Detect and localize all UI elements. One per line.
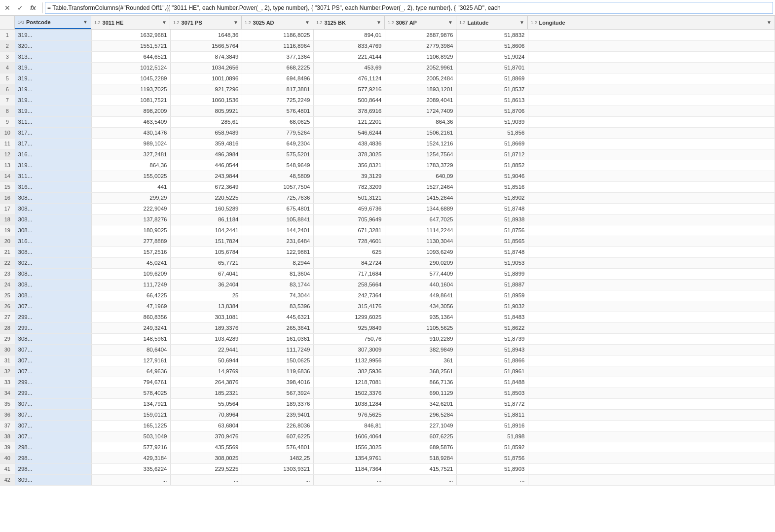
- cell-latitude[interactable]: 51,9046: [456, 171, 528, 181]
- cell-ad3025[interactable]: 668,2225: [242, 62, 313, 73]
- cell-bk3125[interactable]: 501,3121: [313, 192, 385, 203]
- cell-he3011[interactable]: 1045,2289: [91, 73, 170, 84]
- cell-postcode[interactable]: 320...: [15, 40, 91, 51]
- cell-postcode[interactable]: 299...: [15, 312, 91, 322]
- cell-ad3025[interactable]: 548,9649: [242, 160, 313, 171]
- cell-ap3067[interactable]: 1524,1216: [385, 138, 456, 149]
- cell-he3011[interactable]: 989,1024: [91, 138, 170, 149]
- cell-he3011[interactable]: 157,2516: [91, 247, 170, 257]
- cell-longitude[interactable]: [528, 192, 775, 203]
- cell-ad3025[interactable]: 119,6836: [242, 366, 313, 377]
- cell-latitude[interactable]: 51,8622: [456, 322, 528, 333]
- cell-ad3025[interactable]: 83,5396: [242, 301, 313, 312]
- cell-ps3071[interactable]: 55,0564: [170, 398, 242, 409]
- cell-postcode[interactable]: 311...: [15, 171, 91, 181]
- cell-postcode[interactable]: 307...: [15, 301, 91, 312]
- cell-ad3025[interactable]: 1116,8964: [242, 40, 313, 51]
- filter-arrow-he3011[interactable]: ▼: [162, 20, 167, 25]
- filter-arrow-ps3071[interactable]: ▼: [233, 20, 238, 25]
- cell-bk3125[interactable]: 258,5664: [313, 279, 385, 290]
- col-header-postcode[interactable]: 1²3 Postcode ▼: [15, 16, 91, 29]
- cell-bk3125[interactable]: 1606,4064: [313, 431, 385, 442]
- table-row[interactable]: 6319...1193,7025921,7296817,3881577,9216…: [0, 84, 775, 95]
- cell-bk3125[interactable]: 750,76: [313, 333, 385, 344]
- cell-he3011[interactable]: 148,5961: [91, 333, 170, 344]
- cell-latitude[interactable]: 51,9024: [456, 51, 528, 62]
- cell-ad3025[interactable]: 150,0625: [242, 355, 313, 366]
- cell-ad3025[interactable]: 576,4801: [242, 442, 313, 453]
- cell-ap3067[interactable]: 227,1049: [385, 420, 456, 431]
- cell-bk3125[interactable]: 500,8644: [313, 95, 385, 106]
- cell-ad3025[interactable]: 694,8496: [242, 73, 313, 84]
- cell-ps3071[interactable]: 22,9441: [170, 344, 242, 355]
- cell-postcode[interactable]: 319...: [15, 84, 91, 95]
- cell-bk3125[interactable]: 1299,6025: [313, 312, 385, 322]
- cell-ap3067[interactable]: 2052,9961: [385, 62, 456, 73]
- cell-latitude[interactable]: 51,8866: [456, 355, 528, 366]
- table-row[interactable]: 31307...127,916150,6944150,06251132,9956…: [0, 355, 775, 366]
- table-row[interactable]: 24308...111,724936,240483,1744258,566444…: [0, 279, 775, 290]
- cell-he3011[interactable]: 299,29: [91, 192, 170, 203]
- cell-bk3125[interactable]: 671,3281: [313, 225, 385, 236]
- table-row[interactable]: 25308...66,42252574,3044242,7364449,8641…: [0, 290, 775, 301]
- cell-postcode[interactable]: 308...: [15, 203, 91, 214]
- cell-latitude[interactable]: 51,8565: [456, 236, 528, 247]
- cell-longitude[interactable]: [528, 203, 775, 214]
- cell-longitude[interactable]: [528, 355, 775, 366]
- cell-ad3025[interactable]: 105,8841: [242, 214, 313, 225]
- cell-latitude[interactable]: 51,8503: [456, 388, 528, 398]
- cell-he3011[interactable]: 137,8276: [91, 214, 170, 225]
- cell-bk3125[interactable]: 1038,1284: [313, 398, 385, 409]
- cell-postcode[interactable]: 302...: [15, 257, 91, 268]
- cell-ap3067[interactable]: 689,5876: [385, 442, 456, 453]
- cell-ps3071[interactable]: 359,4816: [170, 138, 242, 149]
- cell-latitude[interactable]: 51,8887: [456, 279, 528, 290]
- cell-longitude[interactable]: [528, 301, 775, 312]
- cell-latitude[interactable]: 51,8613: [456, 95, 528, 106]
- cell-longitude[interactable]: [528, 73, 775, 84]
- cell-longitude[interactable]: [528, 453, 775, 463]
- cell-ap3067[interactable]: 647,7025: [385, 214, 456, 225]
- cell-bk3125[interactable]: 1502,3376: [313, 388, 385, 398]
- cell-ps3071[interactable]: 658,9489: [170, 127, 242, 138]
- cell-latitude[interactable]: 51,8756: [456, 225, 528, 236]
- cell-he3011[interactable]: 644,6521: [91, 51, 170, 62]
- table-row[interactable]: 12316...327,2481496,3984575,5201378,3025…: [0, 149, 775, 160]
- table-row[interactable]: 5319...1045,22891001,0896694,8496476,112…: [0, 73, 775, 84]
- cell-latitude[interactable]: 51,9039: [456, 116, 528, 127]
- cell-ap3067[interactable]: 361: [385, 355, 456, 366]
- cell-ap3067[interactable]: 2089,4041: [385, 95, 456, 106]
- cell-ps3071[interactable]: 264,3876: [170, 377, 242, 388]
- cell-ps3071[interactable]: 672,3649: [170, 181, 242, 192]
- cell-ps3071[interactable]: 1566,5764: [170, 40, 242, 51]
- cell-postcode[interactable]: 317...: [15, 138, 91, 149]
- cell-longitude[interactable]: [528, 116, 775, 127]
- cell-postcode[interactable]: 308...: [15, 247, 91, 257]
- cell-longitude[interactable]: [528, 247, 775, 257]
- col-header-latitude[interactable]: 1.2 Latitude ▼: [456, 16, 528, 29]
- cell-ad3025[interactable]: 567,3924: [242, 388, 313, 398]
- cell-latitude[interactable]: 51,8701: [456, 62, 528, 73]
- cell-postcode[interactable]: 308...: [15, 279, 91, 290]
- cell-he3011[interactable]: 1193,7025: [91, 84, 170, 95]
- cell-ad3025[interactable]: 81,3604: [242, 268, 313, 279]
- table-row[interactable]: 27299...860,8356303,1081445,63211299,602…: [0, 312, 775, 322]
- cell-bk3125[interactable]: 121,2201: [313, 116, 385, 127]
- cell-he3011[interactable]: 47,1969: [91, 301, 170, 312]
- cell-postcode[interactable]: 299...: [15, 322, 91, 333]
- filter-arrow-ap3067[interactable]: ▼: [448, 20, 453, 25]
- cell-bk3125[interactable]: 1556,3025: [313, 442, 385, 453]
- cell-ad3025[interactable]: 189,3376: [242, 398, 313, 409]
- table-row[interactable]: 21308...157,2516105,6784122,98816251093,…: [0, 247, 775, 257]
- cell-he3011[interactable]: 249,3241: [91, 322, 170, 333]
- cell-he3011[interactable]: 578,4025: [91, 388, 170, 398]
- cell-he3011[interactable]: 463,5409: [91, 116, 170, 127]
- filter-arrow-longitude[interactable]: ▼: [767, 20, 772, 25]
- cell-ad3025[interactable]: 122,9881: [242, 247, 313, 257]
- cell-he3011[interactable]: 222,9049: [91, 203, 170, 214]
- cell-ps3071[interactable]: 65,7721: [170, 257, 242, 268]
- cell-ad3025[interactable]: 779,5264: [242, 127, 313, 138]
- cell-he3011[interactable]: 898,2009: [91, 106, 170, 116]
- table-row[interactable]: 15316...441672,36491057,7504782,32091527…: [0, 181, 775, 192]
- cell-bk3125[interactable]: 1184,7364: [313, 463, 385, 474]
